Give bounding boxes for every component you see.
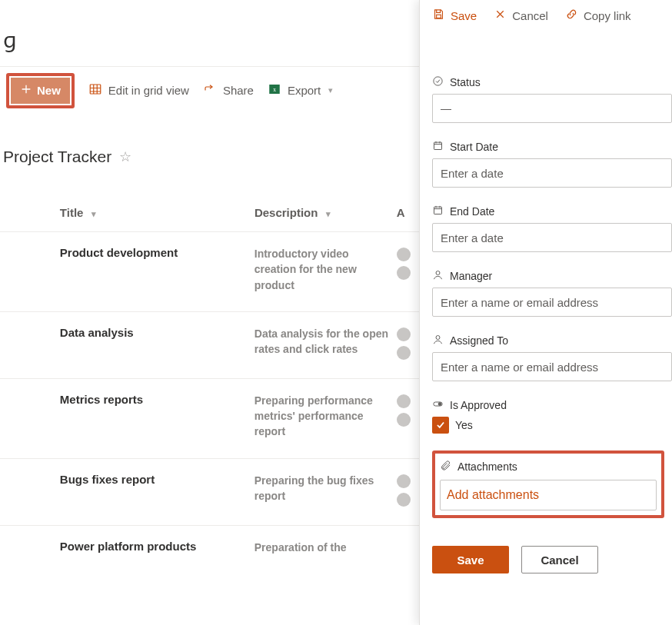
svg-point-10 bbox=[438, 403, 441, 406]
person-icon bbox=[432, 334, 444, 347]
is-approved-value: Yes bbox=[455, 419, 473, 431]
manager-input[interactable] bbox=[432, 288, 672, 317]
is-approved-checkbox[interactable] bbox=[432, 417, 449, 434]
row-title: Product development bbox=[60, 246, 254, 293]
attachments-label: Attachments bbox=[457, 460, 517, 473]
share-button[interactable]: Share bbox=[203, 82, 254, 98]
field-assigned: Assigned To bbox=[432, 334, 672, 381]
row-description: Introductory video creation for the new … bbox=[254, 246, 397, 293]
assigned-label: Assigned To bbox=[450, 334, 508, 347]
row-description: Preparing the bug fixes report bbox=[254, 473, 397, 507]
table-row[interactable]: Product development Introductory video c… bbox=[0, 232, 419, 312]
field-status: Status — bbox=[432, 75, 672, 123]
grid-header: Title ▾ Description ▾ A bbox=[0, 194, 419, 232]
row-title: Metrics reports bbox=[60, 393, 254, 440]
end-date-input[interactable] bbox=[432, 223, 672, 252]
svg-rect-5 bbox=[434, 142, 442, 149]
favorite-icon[interactable]: ☆ bbox=[119, 148, 131, 165]
attachment-icon bbox=[440, 460, 451, 474]
plus-icon bbox=[20, 83, 32, 98]
svg-rect-3 bbox=[437, 15, 441, 18]
share-icon bbox=[203, 82, 217, 98]
panel-cancel-button[interactable]: Cancel bbox=[494, 8, 548, 23]
row-title: Bugs fixes report bbox=[60, 473, 254, 507]
avatar bbox=[397, 474, 411, 488]
excel-icon: x bbox=[268, 82, 281, 98]
save-button[interactable]: Save bbox=[432, 546, 509, 573]
grid-icon bbox=[88, 82, 102, 98]
panel-copylink-label: Copy link bbox=[584, 9, 631, 22]
row-description: Data analysis for the open rates and cli… bbox=[254, 326, 397, 360]
avatar bbox=[397, 394, 411, 408]
manager-field[interactable] bbox=[441, 296, 664, 309]
assigned-input[interactable] bbox=[432, 352, 672, 381]
field-manager: Manager bbox=[432, 269, 672, 317]
svg-point-7 bbox=[436, 271, 440, 275]
assigned-field[interactable] bbox=[441, 361, 664, 374]
toggle-icon bbox=[432, 398, 444, 412]
panel-cancel-label: Cancel bbox=[512, 9, 548, 22]
table-row[interactable]: Data analysis Data analysis for the open… bbox=[0, 312, 419, 379]
column-header-title[interactable]: Title ▾ bbox=[60, 206, 254, 219]
field-end-date: End Date bbox=[432, 204, 672, 252]
end-date-label: End Date bbox=[450, 205, 494, 218]
chevron-down-icon: ▾ bbox=[91, 209, 96, 218]
link-icon bbox=[565, 8, 578, 23]
attachments-highlight: Attachments Add attachments bbox=[432, 450, 664, 518]
list-toolbar: New Edit in grid view Share x Export ▾ bbox=[0, 66, 419, 114]
breadcrumb-fragment: ɡ bbox=[3, 28, 17, 53]
svg-rect-6 bbox=[434, 207, 442, 214]
chevron-down-icon: ▾ bbox=[328, 85, 333, 95]
start-date-input[interactable] bbox=[432, 158, 672, 188]
table-row[interactable]: Power platform products Preparation of t… bbox=[0, 526, 419, 573]
edit-in-grid-button[interactable]: Edit in grid view bbox=[88, 82, 189, 98]
row-description: Preparation of the bbox=[254, 540, 397, 555]
panel-toolbar: Save Cancel Copy link bbox=[420, 0, 672, 31]
avatar bbox=[397, 346, 411, 360]
column-header-extra[interactable]: A bbox=[397, 206, 419, 219]
save-icon bbox=[432, 8, 445, 23]
table-row[interactable]: Metrics reports Preparing performance me… bbox=[0, 379, 419, 459]
panel-save-label: Save bbox=[451, 9, 477, 22]
is-approved-label: Is Approved bbox=[450, 399, 507, 411]
export-button[interactable]: x Export ▾ bbox=[268, 82, 333, 98]
chevron-down-icon: ▾ bbox=[326, 209, 331, 218]
add-attachments-link[interactable]: Add attachments bbox=[440, 480, 657, 510]
table-row[interactable]: Bugs fixes report Preparing the bug fixe… bbox=[0, 459, 419, 526]
column-header-description[interactable]: Description ▾ bbox=[254, 206, 397, 219]
column-header-title-label: Title bbox=[60, 206, 84, 219]
new-button[interactable]: New bbox=[11, 78, 70, 104]
new-button-label: New bbox=[37, 84, 61, 97]
share-label: Share bbox=[223, 84, 254, 97]
status-label: Status bbox=[450, 76, 481, 88]
new-button-highlight: New bbox=[6, 73, 75, 108]
svg-point-4 bbox=[434, 77, 442, 85]
end-date-field[interactable] bbox=[441, 231, 664, 244]
row-title: Power platform products bbox=[60, 540, 254, 555]
status-icon bbox=[432, 75, 444, 89]
manager-label: Manager bbox=[450, 270, 492, 282]
svg-text:x: x bbox=[273, 86, 276, 93]
panel-save-button[interactable]: Save bbox=[432, 8, 477, 23]
cancel-button[interactable]: Cancel bbox=[521, 546, 598, 573]
column-header-description-label: Description bbox=[254, 206, 318, 219]
avatar bbox=[397, 248, 411, 261]
row-title: Data analysis bbox=[60, 326, 254, 360]
list-title: Project Tracker bbox=[3, 148, 111, 166]
svg-rect-0 bbox=[90, 85, 101, 94]
avatar bbox=[397, 327, 411, 341]
svg-point-8 bbox=[436, 336, 440, 340]
avatar bbox=[397, 493, 411, 507]
start-date-field[interactable] bbox=[441, 167, 664, 180]
close-icon bbox=[494, 8, 507, 23]
calendar-icon bbox=[432, 140, 444, 154]
export-label: Export bbox=[288, 84, 321, 97]
list-grid: Title ▾ Description ▾ A Product developm… bbox=[0, 194, 419, 573]
status-value: — bbox=[441, 102, 451, 115]
row-description: Preparing performance metrics' performan… bbox=[254, 393, 397, 440]
status-input[interactable]: — bbox=[432, 94, 672, 123]
person-icon bbox=[432, 269, 444, 283]
avatar bbox=[397, 413, 411, 427]
panel-footer: Save Cancel bbox=[432, 546, 672, 573]
panel-copylink-button[interactable]: Copy link bbox=[565, 8, 631, 23]
